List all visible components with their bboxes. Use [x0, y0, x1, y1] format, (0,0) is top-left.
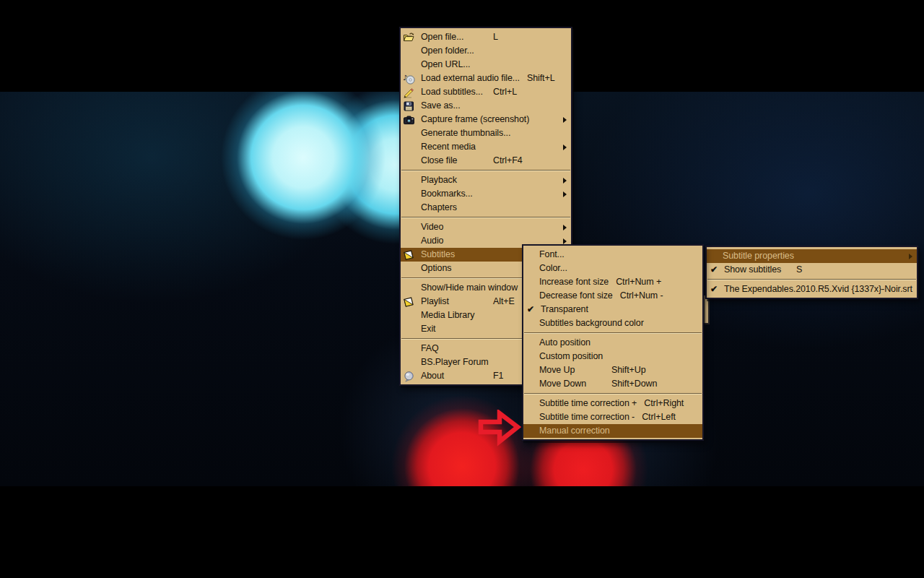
menu-item-subtitle-time-correction[interactable]: Subtitle time correction -Ctrl+Left — [523, 410, 702, 424]
menu-item-label: Move Down — [539, 377, 604, 391]
menu-item-label: FAQ — [421, 342, 486, 355]
menu-item-increase-font-size[interactable]: Increase font sizeCtrl+Num + — [523, 275, 702, 289]
menu-item-gutter — [403, 309, 421, 322]
menu-item-shortcut: S — [796, 263, 802, 277]
menu-item-auto-position[interactable]: Auto position — [523, 336, 702, 350]
menu-item-shortcut: Ctrl+F4 — [493, 154, 523, 168]
menu-item-move-up[interactable]: Move UpShift+Up — [523, 363, 702, 377]
menu-item-label: Open file... — [421, 30, 486, 44]
menu-item-capture-frame-screenshot[interactable]: Capture frame (screenshot) — [401, 113, 571, 126]
menu-item-gutter — [403, 281, 421, 295]
subtitle-properties-submenu: Font...Color...Increase font sizeCtrl+Nu… — [522, 244, 704, 441]
menu-item-label: Custom position — [539, 350, 604, 363]
menu-item-label: Font... — [539, 248, 604, 262]
menu-item-load-subtitles[interactable]: Load subtitles...Ctrl+L — [401, 85, 571, 99]
menu-item-gutter — [526, 377, 539, 391]
menu-separator — [707, 279, 916, 280]
menu-item-shortcut: L — [493, 30, 498, 44]
menu-item-gutter — [403, 322, 421, 336]
menu-item-transparent[interactable]: ✔Transparent — [523, 303, 702, 316]
menu-item-gutter — [526, 336, 539, 350]
menu-item-label: Recent media — [421, 140, 486, 154]
menu-item-subtitle-time-correction[interactable]: Subtitle time correction +Ctrl+Right — [523, 397, 702, 410]
menu-item-label: Move Up — [539, 363, 604, 377]
menu-item-label: Subtitle properties — [723, 249, 794, 263]
red-arrow-annotation — [478, 410, 521, 447]
menu-separator — [524, 393, 702, 394]
menu-item-subtitles-background-color[interactable]: Subtitles background color — [523, 316, 702, 330]
submenu-arrow-icon — [909, 254, 912, 259]
submenu-arrow-icon — [563, 144, 567, 150]
menu-item-gutter — [526, 316, 539, 330]
menu-item-show-subtitles[interactable]: ✔Show subtitlesS — [707, 263, 917, 277]
menu-item-shortcut: Shift+L — [527, 72, 555, 85]
menu-item-gutter — [403, 355, 421, 369]
menu-separator — [401, 170, 570, 171]
menu-item-save-as[interactable]: Save as... — [401, 99, 571, 113]
checkmark-icon: ✔ — [709, 263, 724, 277]
menu-item-label: Subtitle time correction + — [539, 397, 637, 410]
menu-item-subtitle-properties[interactable]: Subtitle properties — [707, 249, 917, 263]
menu-item-label: Show subtitles — [724, 263, 789, 277]
menu-item-font[interactable]: Font... — [523, 248, 702, 262]
menu-item-label: Subtitles — [421, 248, 486, 262]
menu-item-gutter — [403, 187, 421, 201]
menu-item-gutter — [403, 140, 421, 154]
menu-item-bookmarks[interactable]: Bookmarks... — [401, 187, 571, 201]
menu-item-the-expendables-2010-r5-xvid-1337x-noir-srt[interactable]: ✔The Expendables.2010.R5.Xvid {1337x}-No… — [707, 282, 917, 296]
svg-text:♪: ♪ — [403, 73, 407, 81]
menu-item-label: Manual correction — [539, 424, 610, 438]
menu-item-label: Load external audio file... — [421, 72, 520, 85]
menu-item-gutter — [526, 289, 539, 303]
menu-item-chapters[interactable]: Chapters — [401, 201, 571, 215]
menu-item-gutter — [403, 201, 421, 215]
menu-item-color[interactable]: Color... — [523, 262, 702, 275]
menu-item-decrease-font-size[interactable]: Decrease font sizeCtrl+Num - — [523, 289, 702, 303]
menu-item-shortcut: Shift+Up — [611, 363, 646, 377]
menu-item-custom-position[interactable]: Custom position — [523, 350, 702, 363]
submenu-arrow-icon — [563, 178, 567, 184]
menu-item-label: Color... — [539, 262, 604, 275]
menu-item-move-down[interactable]: Move DownShift+Down — [523, 377, 702, 391]
menu-item-gutter — [526, 363, 539, 377]
submenu-edge-artifact — [704, 296, 710, 324]
submenu-arrow-icon — [563, 225, 567, 230]
menu-item-label: Subtitle time correction - — [539, 410, 635, 424]
menu-item-recent-media[interactable]: Recent media — [401, 140, 571, 154]
menu-item-gutter — [403, 234, 421, 248]
menu-item-load-external-audio-file[interactable]: ♪Load external audio file...Shift+L — [401, 72, 571, 85]
menu-item-label: Decrease font size — [539, 289, 613, 303]
menu-item-video[interactable]: Video — [401, 220, 571, 234]
menu-item-close-file[interactable]: Close fileCtrl+F4 — [401, 154, 571, 168]
menu-item-gutter — [403, 154, 421, 168]
menu-item-shortcut: Ctrl+Right — [644, 397, 684, 410]
checkmark-icon: ✔ — [709, 282, 724, 296]
menu-item-open-file[interactable]: Open file...L — [401, 30, 571, 44]
submenu-arrow-icon — [563, 117, 567, 123]
menu-item-shortcut: Ctrl+Left — [642, 410, 676, 424]
menu-item-label: Bookmarks... — [421, 187, 486, 201]
menu-item-gutter — [403, 220, 421, 234]
menu-item-open-folder[interactable]: Open folder... — [401, 44, 571, 58]
menu-item-label: Open folder... — [421, 44, 486, 58]
menu-item-generate-thumbnails[interactable]: Generate thumbnails... — [401, 126, 571, 140]
menu-item-label: Subtitles background color — [539, 316, 644, 330]
menu-separator — [401, 217, 570, 218]
menu-item-label: Show/Hide main window — [421, 281, 518, 295]
menu-item-label: Video — [421, 220, 486, 234]
subtitles-submenu: Subtitle properties✔Show subtitlesS✔The … — [705, 246, 918, 299]
menu-item-playback[interactable]: Playback — [401, 173, 571, 187]
menu-item-label: BS.Player Forum — [421, 355, 489, 369]
menu-item-shortcut: Ctrl+Num + — [616, 275, 661, 289]
floppy-icon — [403, 99, 421, 113]
bsplayer-screen: Open file...LOpen folder...Open URL...♪L… — [0, 0, 924, 578]
audio-disc-icon: ♪ — [403, 72, 421, 85]
menu-item-label: Playback — [421, 173, 486, 187]
menu-item-manual-correction[interactable]: Manual correction — [523, 424, 702, 438]
menu-item-label: Close file — [421, 154, 486, 168]
menu-item-gutter — [526, 262, 539, 275]
letterbox-bottom — [0, 486, 924, 578]
menu-item-gutter — [526, 248, 539, 262]
menu-item-shortcut: F1 — [493, 369, 503, 383]
menu-item-open-url[interactable]: Open URL... — [401, 58, 571, 72]
